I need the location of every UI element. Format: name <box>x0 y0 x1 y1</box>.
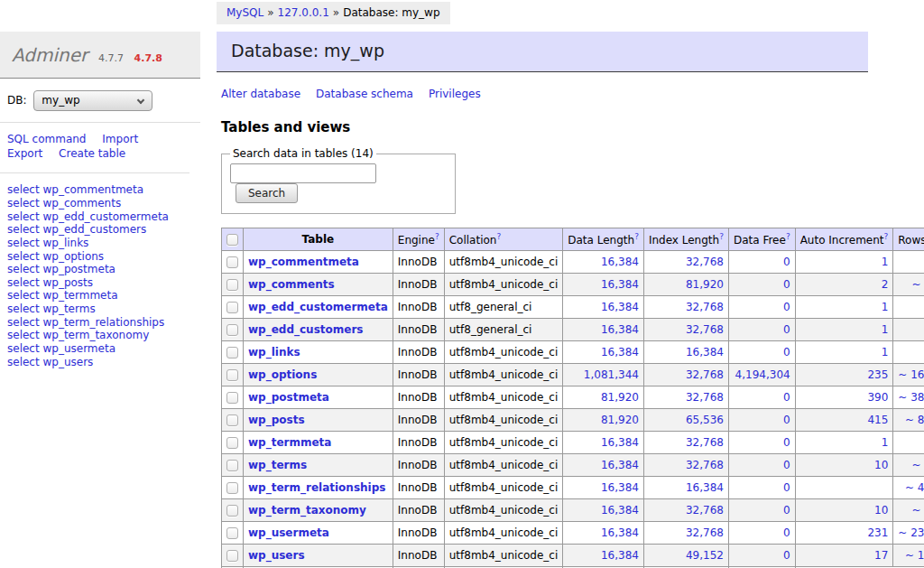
table-select-link[interactable]: select wp_term_taxonomy <box>7 329 149 341</box>
index-length-link[interactable]: 32,768 <box>686 526 724 539</box>
table-select-link[interactable]: select wp_edd_customers <box>7 223 146 236</box>
rows-link[interactable]: ~ 163 <box>898 368 924 381</box>
help-link[interactable]: ? <box>435 232 439 241</box>
data-free-link[interactable]: 0 <box>783 256 790 268</box>
data-length-link[interactable]: 81,920 <box>601 391 639 404</box>
row-checkbox[interactable] <box>226 279 238 291</box>
index-length-link[interactable]: 32,768 <box>686 459 724 471</box>
data-free-link[interactable]: 0 <box>783 414 790 426</box>
auto-increment-link[interactable]: 1 <box>882 346 889 358</box>
table-select-link[interactable]: select wp_edd_customermeta <box>7 210 169 223</box>
data-free-link[interactable]: 0 <box>783 504 790 517</box>
help-link[interactable]: ? <box>786 232 790 241</box>
row-checkbox[interactable] <box>226 256 238 268</box>
index-length-link[interactable]: 32,768 <box>686 368 724 381</box>
table-select-link[interactable]: select wp_links <box>7 237 88 249</box>
index-length-link[interactable]: 65,536 <box>686 414 724 426</box>
create-table-link[interactable]: Create table <box>59 147 125 160</box>
search-button[interactable]: Search <box>236 183 298 203</box>
table-name-link[interactable]: wp_term_relationships <box>248 481 385 494</box>
data-length-link[interactable]: 16,384 <box>601 481 639 494</box>
table-select-link[interactable]: select wp_term_relationships <box>7 316 164 329</box>
row-checkbox[interactable] <box>226 437 238 449</box>
table-name-link[interactable]: wp_termmeta <box>248 436 331 449</box>
auto-increment-link[interactable]: 235 <box>867 368 888 381</box>
auto-increment-link[interactable]: 231 <box>867 526 888 539</box>
rows-link[interactable]: ~ 230 <box>898 526 924 539</box>
row-checkbox[interactable] <box>226 369 238 381</box>
row-checkbox[interactable] <box>226 392 238 404</box>
data-free-link[interactable]: 0 <box>783 278 790 291</box>
auto-increment-link[interactable]: 10 <box>874 459 888 471</box>
table-name-link[interactable]: wp_usermeta <box>248 526 329 539</box>
db-select[interactable]: my_wp <box>33 90 152 111</box>
table-select-link[interactable]: select wp_postmeta <box>7 263 116 275</box>
index-length-link[interactable]: 49,152 <box>686 549 724 562</box>
row-checkbox[interactable] <box>226 324 238 336</box>
row-checkbox[interactable] <box>226 527 238 539</box>
rows-link[interactable]: ~ 1 <box>912 278 924 291</box>
index-length-link[interactable]: 16,384 <box>686 346 724 358</box>
table-name-link[interactable]: wp_commentmeta <box>248 256 359 268</box>
index-length-link[interactable]: 81,920 <box>686 278 724 291</box>
data-free-link[interactable]: 0 <box>783 391 790 404</box>
help-link[interactable]: ? <box>634 232 639 241</box>
privileges-link[interactable]: Privileges <box>429 88 481 100</box>
row-checkbox[interactable] <box>226 460 238 471</box>
table-name-link[interactable]: wp_users <box>248 549 305 562</box>
row-checkbox[interactable] <box>226 482 238 494</box>
data-free-link[interactable]: 0 <box>783 346 790 358</box>
data-free-link[interactable]: 0 <box>783 459 790 471</box>
auto-increment-link[interactable]: 415 <box>867 414 888 426</box>
table-select-link[interactable]: select wp_commentmeta <box>7 183 143 196</box>
data-length-link[interactable]: 16,384 <box>601 346 639 358</box>
rows-link[interactable]: ~ 9 <box>912 459 924 471</box>
index-length-link[interactable]: 32,768 <box>686 504 724 517</box>
data-free-link[interactable]: 0 <box>783 549 790 562</box>
data-length-link[interactable]: 16,384 <box>601 278 639 291</box>
auto-increment-link[interactable]: 10 <box>874 504 888 517</box>
row-checkbox[interactable] <box>226 550 238 562</box>
row-checkbox[interactable] <box>226 302 238 313</box>
table-name-link[interactable]: wp_postmeta <box>248 391 329 404</box>
table-select-link[interactable]: select wp_usermeta <box>7 342 116 355</box>
data-length-link[interactable]: 16,384 <box>601 526 639 539</box>
data-free-link[interactable]: 4,194,304 <box>735 368 790 381</box>
rows-link[interactable]: ~ 16 <box>905 549 924 562</box>
row-checkbox[interactable] <box>226 505 238 517</box>
table-name-link[interactable]: wp_links <box>248 346 300 358</box>
index-length-link[interactable]: 16,384 <box>686 481 724 494</box>
auto-increment-link[interactable]: 2 <box>882 278 889 291</box>
table-name-link[interactable]: wp_comments <box>248 278 335 291</box>
data-free-link[interactable]: 0 <box>783 481 790 494</box>
index-length-link[interactable]: 32,768 <box>686 323 724 336</box>
table-name-link[interactable]: wp_edd_customermeta <box>248 301 388 313</box>
breadcrumb-server-link[interactable]: MySQL <box>226 6 263 19</box>
new-version-link[interactable]: 4.7.8 <box>134 52 162 64</box>
import-link[interactable]: Import <box>102 133 138 145</box>
table-name-link[interactable]: wp_posts <box>248 414 305 426</box>
data-length-link[interactable]: 16,384 <box>601 436 639 449</box>
help-link[interactable]: ? <box>884 232 889 241</box>
select-all-checkbox[interactable] <box>226 234 238 246</box>
rows-link[interactable]: ~ 9 <box>912 504 924 517</box>
auto-increment-link[interactable]: 1 <box>882 323 889 336</box>
auto-increment-link[interactable]: 17 <box>874 549 888 562</box>
adminer-logo[interactable]: Adminer <box>12 44 88 66</box>
search-input[interactable] <box>230 163 376 183</box>
table-select-link[interactable]: select wp_users <box>7 356 93 368</box>
auto-increment-link[interactable]: 1 <box>882 436 889 449</box>
table-select-link[interactable]: select wp_termmeta <box>7 289 118 302</box>
data-length-link[interactable]: 1,081,344 <box>584 368 639 381</box>
data-free-link[interactable]: 0 <box>783 526 790 539</box>
table-name-link[interactable]: wp_edd_customers <box>248 323 363 336</box>
table-name-link[interactable]: wp_terms <box>248 459 307 471</box>
data-free-link[interactable]: 0 <box>783 323 790 336</box>
auto-increment-link[interactable]: 1 <box>882 256 889 268</box>
data-length-link[interactable]: 16,384 <box>601 256 639 268</box>
data-length-link[interactable]: 16,384 <box>601 459 639 471</box>
rows-link[interactable]: ~ 43 <box>905 481 924 494</box>
export-link[interactable]: Export <box>7 147 42 160</box>
auto-increment-link[interactable]: 1 <box>882 301 889 313</box>
index-length-link[interactable]: 32,768 <box>686 391 724 404</box>
